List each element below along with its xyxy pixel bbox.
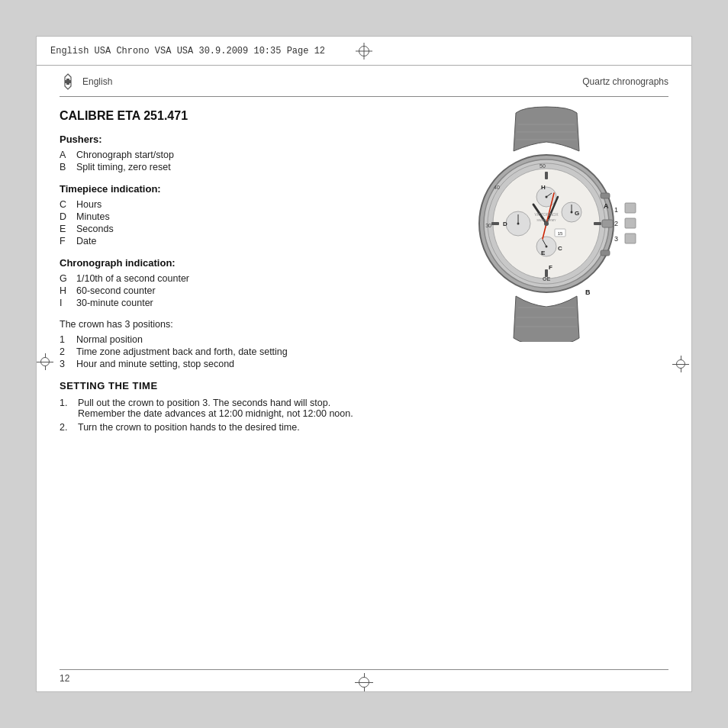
item-key-f: F (60, 236, 70, 246)
item-key-g: G (60, 273, 70, 284)
timepiece-list: C Hours D Minutes E Seconds F Date (60, 199, 409, 246)
header-bar: English USA Chrono VSA USA 30.9.2009 10:… (37, 37, 691, 66)
item-desc-d: Minutes (76, 211, 110, 222)
item-key-i: I (60, 298, 70, 308)
svg-text:G: G (575, 210, 579, 217)
section-label: Quartz chronographs (582, 76, 668, 87)
step-1-num: 1. (60, 398, 73, 419)
pushers-list: A Chronograph start/stop B Split timing,… (60, 150, 409, 172)
crown-positions-list: 1 Normal position 2 Time zone adjustment… (60, 334, 409, 369)
right-crosshair-circle (676, 359, 685, 369)
list-item: 3 Hour and minute setting, stop second (60, 359, 409, 369)
step-2-line1: Turn the crown to position hands to the … (78, 422, 300, 433)
svg-text:2: 2 (614, 220, 618, 227)
item-desc-c: Hours (76, 199, 101, 210)
item-key-a: A (60, 150, 70, 160)
svg-rect-41 (594, 222, 601, 225)
svg-rect-47 (625, 203, 636, 213)
bottom-crosshair-circle (359, 677, 369, 688)
svg-text:OE: OE (543, 276, 550, 282)
list-item: H 60-second counter (60, 285, 409, 296)
svg-text:15: 15 (558, 231, 563, 236)
list-item: 2 Time zone adjustment back and forth, d… (60, 346, 409, 357)
svg-text:D: D (503, 221, 507, 227)
inner-header-left: English (60, 73, 112, 90)
list-item: E Seconds (60, 224, 409, 234)
step-2-num: 2. (60, 422, 73, 433)
list-item: 1 Normal position (60, 334, 409, 345)
list-item: D Minutes (60, 211, 409, 222)
svg-text:B: B (585, 288, 591, 296)
chrono-heading: Chronograph indication: (60, 257, 409, 269)
item-key-c: C (60, 199, 70, 210)
svg-text:50: 50 (540, 163, 546, 169)
svg-rect-37 (602, 220, 613, 227)
list-item: 2. Turn the crown to position hands to t… (60, 422, 409, 433)
page: English USA Chrono VSA USA 30.9.2009 10:… (36, 36, 692, 692)
step-1-content: Pull out the crown to position 3. The se… (78, 398, 353, 419)
svg-rect-48 (625, 218, 636, 228)
language-label: English (82, 76, 112, 87)
list-item: G 1/10th of a second counter (60, 273, 409, 284)
svg-text:1: 1 (614, 206, 618, 214)
bottom-crosshair (355, 673, 373, 691)
svg-rect-1 (65, 80, 71, 83)
item-key-e: E (60, 224, 70, 234)
swiss-cross-icon (60, 73, 76, 90)
svg-text:E: E (541, 250, 546, 256)
svg-rect-39 (601, 250, 610, 256)
step-1-line2: Remember the date advances at 12:00 midn… (78, 408, 353, 419)
right-crosshair (672, 356, 689, 372)
crown-pos-3-desc: Hour and minute setting, stop second (76, 359, 234, 369)
item-desc-e: Seconds (76, 224, 114, 234)
calibre-title: CALIBRE ETA 251.471 (60, 109, 409, 123)
main-content: CALIBRE ETA 251.471 Pushers: A Chronogra… (60, 109, 668, 436)
inner-header: English Quartz chronographs (60, 66, 668, 97)
crown-pos-1-desc: Normal position (76, 334, 143, 345)
item-desc-i: 30-minute counter (76, 298, 153, 308)
pushers-heading: Pushers: (60, 134, 409, 145)
step-1-line1: Pull out the crown to position 3. The se… (78, 398, 353, 408)
svg-text:VICTORINOX: VICTORINOX (534, 212, 559, 217)
list-item: F Date (60, 236, 409, 246)
list-item: 1. Pull out the crown to position 3. The… (60, 398, 409, 419)
step-2-content: Turn the crown to position hands to the … (78, 422, 300, 433)
svg-text:F: F (549, 264, 552, 271)
timepiece-heading: Timepiece indication: (60, 183, 409, 195)
crosshair-circle (359, 46, 369, 56)
item-desc-b: Split timing, zero reset (76, 162, 171, 172)
crown-pos-3-key: 3 (60, 359, 70, 369)
chrono-list: G 1/10th of a second counter H 60-second… (60, 273, 409, 308)
svg-text:H: H (541, 184, 546, 191)
svg-text:C: C (558, 245, 562, 252)
right-reg-mark (670, 353, 691, 375)
svg-text:A: A (604, 202, 609, 210)
watch-svg: 15 A (436, 105, 657, 342)
watch-image: 15 A (432, 109, 661, 338)
page-number: 12 (60, 673, 69, 684)
item-desc-a: Chronograph start/stop (76, 150, 174, 160)
list-item: A Chronograph start/stop (60, 150, 409, 160)
header-bar-text: English USA Chrono VSA USA 30.9.2009 10:… (50, 46, 325, 56)
item-desc-g: 1/10th of a second counter (76, 273, 189, 284)
left-crosshair (37, 353, 53, 370)
item-desc-h: 60-second counter (76, 285, 156, 296)
svg-text:SWISS ARMY: SWISS ARMY (536, 218, 556, 222)
text-section: CALIBRE ETA 251.471 Pushers: A Chronogra… (60, 109, 409, 436)
svg-rect-38 (601, 193, 610, 198)
list-item: I 30-minute counter (60, 298, 409, 308)
left-reg-mark (37, 353, 58, 375)
svg-text:40: 40 (494, 185, 500, 190)
svg-rect-40 (545, 172, 548, 179)
svg-rect-43 (491, 222, 499, 225)
svg-text:3: 3 (614, 235, 618, 243)
list-item: B Split timing, zero reset (60, 162, 409, 172)
item-key-h: H (60, 285, 70, 296)
top-crosshair (356, 43, 372, 60)
svg-text:30: 30 (485, 223, 491, 228)
watch-section: 15 A (424, 109, 668, 436)
item-desc-f: Date (76, 236, 96, 246)
item-key-b: B (60, 162, 70, 172)
crown-pos-2-key: 2 (60, 346, 70, 357)
item-key-d: D (60, 211, 70, 222)
